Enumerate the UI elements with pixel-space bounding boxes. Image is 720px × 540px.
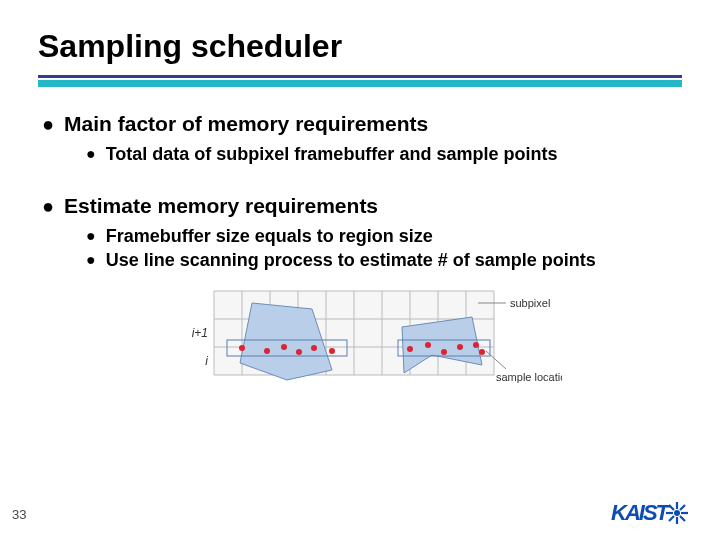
bullet-text: Estimate memory requirements — [64, 193, 378, 219]
bullet-level1: ● Main factor of memory requirements — [42, 111, 682, 137]
svg-point-34 — [674, 510, 680, 516]
svg-point-30 — [473, 342, 479, 348]
diagram-label-samplelocation: sample location — [496, 371, 562, 383]
svg-point-31 — [479, 349, 485, 355]
spacer — [42, 175, 682, 187]
svg-line-40 — [669, 516, 674, 521]
title-underline — [38, 75, 682, 87]
bullet-text: Main factor of memory requirements — [64, 111, 428, 137]
bullet-sublist: ● Framebuffer size equals to region size… — [86, 225, 682, 271]
scanning-diagram: i+1 i subpixel sample location — [182, 285, 682, 401]
bullet-level1: ● Estimate memory requirements — [42, 193, 682, 219]
bullet-text: Framebuffer size equals to region size — [106, 225, 433, 247]
bullet-dot: ● — [86, 249, 96, 271]
bullet-dot: ● — [86, 143, 96, 165]
svg-point-27 — [425, 342, 431, 348]
bullet-level2: ● Total data of subpixel framebuffer and… — [86, 143, 682, 165]
svg-point-28 — [441, 349, 447, 355]
content-area: ● Main factor of memory requirements ● T… — [38, 87, 682, 401]
svg-line-42 — [669, 505, 674, 510]
rule-dark — [38, 75, 682, 78]
burst-icon — [664, 500, 690, 526]
svg-point-20 — [239, 345, 245, 351]
svg-point-29 — [457, 344, 463, 350]
bullet-level2: ● Use line scanning process to estimate … — [86, 249, 682, 271]
kaist-logo: KAIST — [611, 500, 690, 526]
bullet-level2: ● Framebuffer size equals to region size — [86, 225, 682, 247]
bullet-dot: ● — [42, 111, 54, 137]
page-number: 33 — [12, 507, 26, 522]
diagram-rowlabel-top: i+1 — [192, 326, 208, 340]
svg-point-21 — [264, 348, 270, 354]
svg-point-24 — [311, 345, 317, 351]
diagram-rowlabel-bottom: i — [205, 354, 208, 368]
rule-teal — [38, 80, 682, 87]
logo-text: KAIST — [611, 500, 667, 526]
svg-line-39 — [680, 505, 685, 510]
diagram-svg: i+1 i subpixel sample location — [182, 285, 562, 397]
svg-point-26 — [407, 346, 413, 352]
bullet-dot: ● — [42, 193, 54, 219]
bullet-text: Total data of subpixel framebuffer and s… — [106, 143, 558, 165]
svg-point-25 — [329, 348, 335, 354]
svg-point-23 — [296, 349, 302, 355]
slide-title: Sampling scheduler — [38, 28, 682, 65]
diagram-label-subpixel: subpixel — [510, 297, 550, 309]
svg-line-41 — [680, 516, 685, 521]
slide: Sampling scheduler ● Main factor of memo… — [0, 0, 720, 540]
bullet-text: Use line scanning process to estimate # … — [106, 249, 596, 271]
bullet-sublist: ● Total data of subpixel framebuffer and… — [86, 143, 682, 165]
bullet-dot: ● — [86, 225, 96, 247]
svg-point-22 — [281, 344, 287, 350]
